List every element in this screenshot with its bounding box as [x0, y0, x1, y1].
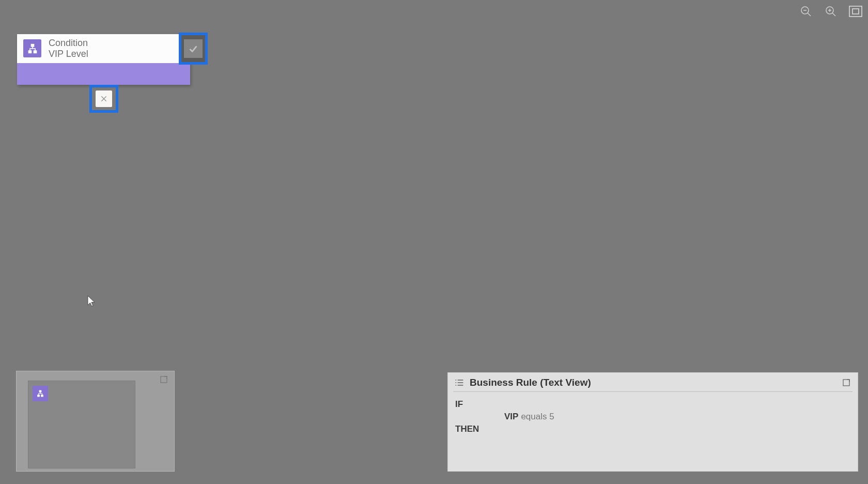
condition-node[interactable]: Condition VIP Level: [17, 34, 190, 85]
svg-line-1: [808, 13, 811, 16]
textview-title: Business Rule (Text View): [470, 377, 591, 388]
textview-expand-icon[interactable]: [842, 378, 851, 387]
close-icon: [96, 90, 112, 107]
cursor-icon: [87, 295, 96, 309]
svg-rect-15: [39, 390, 41, 392]
textview-icon: [454, 377, 464, 388]
textview-header: Business Rule (Text View): [448, 373, 858, 391]
condition-name-label: VIP Level: [49, 49, 88, 59]
svg-line-4: [832, 13, 835, 16]
condition-header: Condition VIP Level: [17, 34, 190, 63]
minimap-condition-icon: [33, 386, 48, 401]
condition-text: Condition VIP Level: [49, 34, 88, 63]
yes-connector[interactable]: [179, 33, 208, 65]
if-keyword: IF: [455, 399, 497, 410]
minimap-panel[interactable]: [16, 371, 175, 472]
svg-rect-14: [161, 376, 167, 383]
then-keyword: THEN: [455, 424, 497, 434]
rule-field: VIP: [504, 412, 518, 422]
fit-to-screen-icon[interactable]: [848, 4, 863, 19]
no-connector[interactable]: [89, 85, 118, 113]
condition-type-label: Condition: [49, 38, 88, 49]
rule-condition-line: VIP equals 5: [455, 412, 850, 422]
textview-panel: Business Rule (Text View) IF VIP equals …: [447, 372, 858, 472]
minimap-expand-icon[interactable]: [160, 375, 169, 385]
textview-body: IF VIP equals 5 THEN: [453, 391, 853, 434]
svg-rect-16: [38, 395, 40, 397]
svg-rect-11: [34, 51, 36, 53]
zoom-in-icon[interactable]: [824, 4, 838, 19]
checkmark-icon: [184, 39, 203, 58]
rule-operator: equals 5: [521, 412, 554, 422]
condition-icon: [23, 39, 41, 57]
rule-then-line: THEN: [455, 424, 850, 434]
svg-rect-24: [843, 380, 849, 386]
condition-footer: [17, 63, 190, 85]
svg-rect-7: [849, 6, 862, 17]
minimap-viewport[interactable]: [28, 381, 135, 468]
svg-rect-17: [41, 395, 43, 397]
canvas-toolbar: [799, 4, 863, 19]
svg-rect-10: [28, 51, 31, 53]
rule-if-line: IF: [455, 399, 850, 410]
svg-rect-9: [31, 44, 34, 46]
zoom-out-icon[interactable]: [799, 4, 813, 19]
svg-rect-8: [853, 9, 859, 14]
